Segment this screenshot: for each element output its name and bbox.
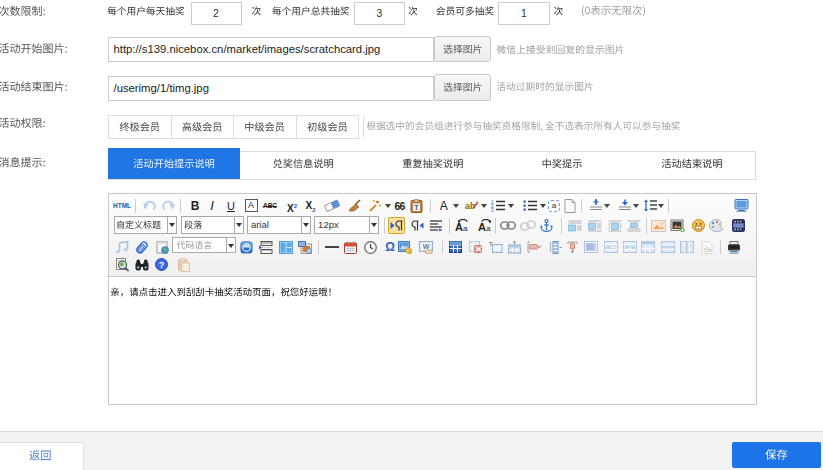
svg-text:3: 3: [491, 208, 494, 212]
svg-text:T: T: [414, 203, 419, 210]
svg-text:?: ?: [158, 260, 164, 270]
svg-text:a: a: [486, 224, 491, 232]
svg-text:W: W: [423, 243, 430, 250]
svg-text:a: a: [463, 224, 468, 232]
svg-text:A: A: [478, 221, 486, 232]
